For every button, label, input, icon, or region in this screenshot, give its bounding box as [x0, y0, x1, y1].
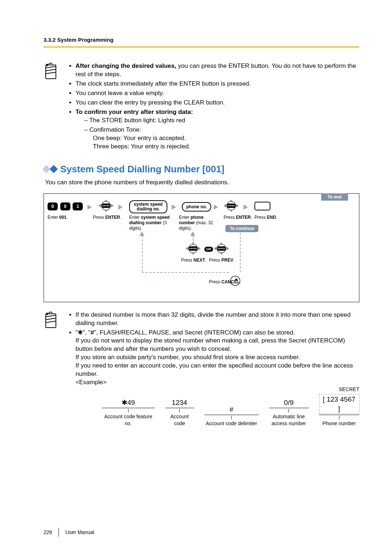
page-number: 228	[44, 529, 52, 536]
manual-label: User Manual	[65, 529, 94, 536]
section-intro: You can store the phone numbers of frequ…	[45, 178, 359, 187]
example-col: ✱49 Account code feature no.	[102, 398, 155, 427]
end-key-box	[254, 202, 270, 210]
arrow-icon	[172, 204, 176, 210]
enter-key-icon: ENTER	[214, 244, 229, 253]
note-icon	[44, 62, 59, 83]
note1-sub: The STORE button light: Lights red	[84, 116, 359, 125]
svg-point-3	[46, 313, 48, 315]
section-header: 3.3.2 System Programming	[44, 36, 359, 44]
caption-press-cancel: Press CANCEL.	[209, 279, 241, 285]
flowchart-box: To end 0 0 1 ENTER system speed dialling…	[44, 193, 359, 302]
svg-point-1	[46, 64, 48, 66]
note1-item: You can clear the entry by pressing the …	[75, 99, 359, 107]
note1-item: To confirm your entry after storing data…	[75, 108, 359, 151]
example-col: 1234 Account code	[165, 398, 194, 427]
caption-press-end: Press END.	[254, 215, 277, 220]
dashed-connector	[142, 236, 143, 272]
up-arrow-icon	[139, 231, 144, 236]
to-continue-tab: To continue	[225, 225, 258, 232]
example-col: 0/9 Automatic line access number	[269, 398, 309, 427]
header-rule	[44, 46, 359, 48]
caption-press-enter: Press ENTER.	[93, 215, 121, 220]
caption-press-next: Press NEXT.	[181, 258, 206, 263]
arrow-icon	[87, 204, 92, 210]
enter-key-icon: ENTER	[224, 201, 239, 210]
digits-001: 0 0 1	[48, 202, 84, 210]
note1-item: You cannot leave a value empty.	[75, 89, 359, 98]
note-block-1: After changing the desired values, you c…	[44, 62, 359, 152]
caption-enter-001: Enter 001.	[48, 215, 68, 220]
example-col-secret: SECRET [ 123 4567 ] Phone number	[319, 394, 359, 427]
page-footer: 228 User Manual	[44, 528, 94, 537]
arrow-icon	[118, 204, 123, 210]
example-col: # Account code delimiter	[204, 405, 259, 427]
caption-enter-phone: Enter phone number (max. 32 digits).	[179, 215, 219, 231]
secret-caption: SECRET	[339, 386, 359, 393]
up-arrow-icon	[190, 231, 195, 236]
note1-sub: Confirmation Tone: One beep: Your entry …	[84, 126, 359, 151]
caption-press-prev: Press PREV.	[209, 258, 234, 263]
note1-item: The clock starts immediately after the E…	[75, 80, 359, 88]
dashed-connector	[193, 236, 193, 243]
or-badge: OR	[204, 247, 213, 252]
enter-key-icon: ENTER	[98, 201, 114, 210]
example-row: ✱49 Account code feature no. 1234 Accoun…	[102, 394, 359, 427]
arrow-icon	[214, 204, 218, 210]
note2-item: "✱", "#", FLASH/RECALL, PAUSE, and Secre…	[75, 329, 359, 387]
note2-item: If the desired number is more than 32 di…	[75, 311, 359, 328]
dashed-connector	[142, 272, 229, 273]
caption-press-enter-2: Press ENTER.	[224, 215, 252, 220]
to-end-tab: To end	[321, 193, 348, 201]
enter-key-icon: ENTER	[185, 244, 201, 253]
note-block-2: If the desired number is more than 32 di…	[44, 311, 359, 427]
note1-item: After changing the desired values, you c…	[75, 62, 359, 79]
diamond-bullets-icon	[44, 166, 57, 172]
note1-sub2: One beep: Your entry is accepted.	[84, 134, 359, 143]
caption-enter-sys: Enter system speed dialling number (3 di…	[129, 215, 173, 231]
dashed-connector	[240, 233, 241, 272]
phone-no-label-box: phone no.	[182, 202, 211, 212]
section-title: System Speed Dialling Number [001]	[60, 163, 224, 176]
section-title-row: System Speed Dialling Number [001]	[44, 163, 359, 176]
system-speed-label-box: system speed dialling no.	[129, 200, 167, 213]
note1-sub2: Three beeps: Your entry is rejected.	[84, 143, 359, 151]
arrow-icon	[244, 204, 248, 210]
note-icon	[44, 311, 59, 332]
